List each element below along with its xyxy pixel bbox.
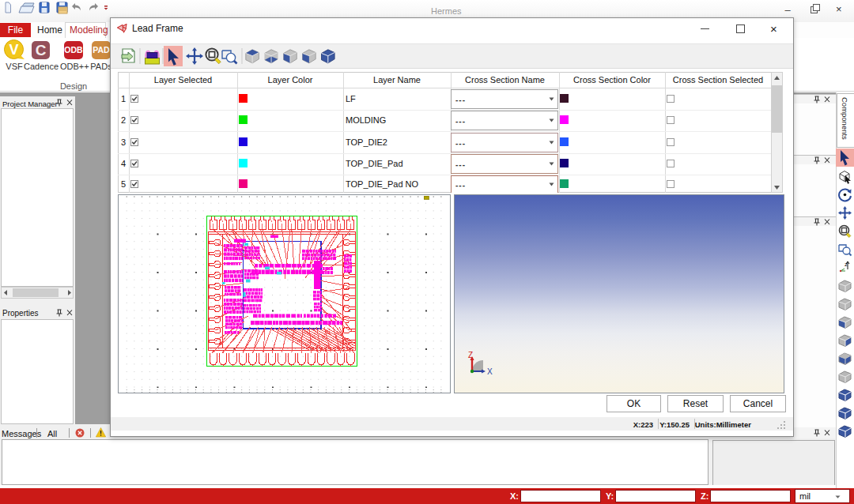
svg-text:C: C [36,42,47,58]
svg-text:PAD: PAD [93,45,110,55]
svg-text:X: X [487,367,493,376]
svg-text:ODB: ODB [64,45,83,55]
svg-text:V: V [9,42,18,58]
